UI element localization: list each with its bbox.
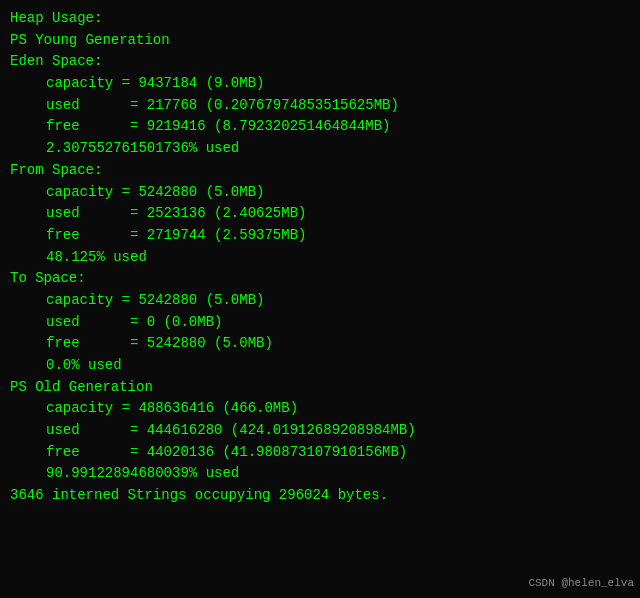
- output-line: free = 5242880 (5.0MB): [10, 333, 630, 355]
- output-line: capacity = 5242880 (5.0MB): [10, 182, 630, 204]
- output-line: capacity = 9437184 (9.0MB): [10, 73, 630, 95]
- watermark: CSDN @helen_elva: [528, 575, 634, 592]
- output-line: free = 9219416 (8.792320251464844MB): [10, 116, 630, 138]
- output-line: free = 2719744 (2.59375MB): [10, 225, 630, 247]
- output-line: used = 444616280 (424.01912689208984MB): [10, 420, 630, 442]
- output-line: Heap Usage:: [10, 8, 630, 30]
- output-line: 3646 interned Strings occupying 296024 b…: [10, 485, 630, 507]
- output-line: capacity = 488636416 (466.0MB): [10, 398, 630, 420]
- output-line: 2.307552761501736% used: [10, 138, 630, 160]
- output-line: 0.0% used: [10, 355, 630, 377]
- output-line: PS Old Generation: [10, 377, 630, 399]
- output-line: 48.125% used: [10, 247, 630, 269]
- output-line: From Space:: [10, 160, 630, 182]
- heap-usage-output: Heap Usage:PS Young GenerationEden Space…: [10, 8, 630, 507]
- output-line: used = 2523136 (2.40625MB): [10, 203, 630, 225]
- output-line: Eden Space:: [10, 51, 630, 73]
- output-line: free = 44020136 (41.980873107910156MB): [10, 442, 630, 464]
- output-line: used = 0 (0.0MB): [10, 312, 630, 334]
- output-line: PS Young Generation: [10, 30, 630, 52]
- output-line: capacity = 5242880 (5.0MB): [10, 290, 630, 312]
- output-line: 90.99122894680039% used: [10, 463, 630, 485]
- output-line: used = 217768 (0.20767974853515625MB): [10, 95, 630, 117]
- output-line: To Space:: [10, 268, 630, 290]
